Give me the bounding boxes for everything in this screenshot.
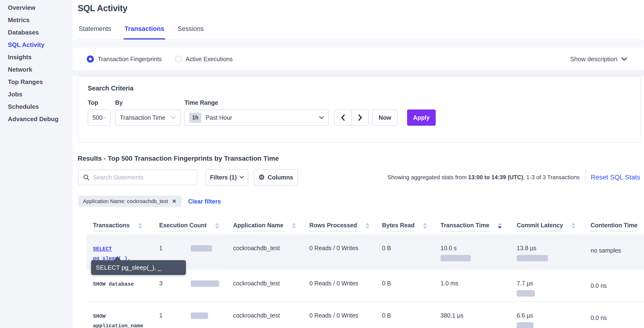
by-select[interactable]: Transaction Time: [115, 110, 181, 126]
statement-tooltip: SELECT pg_sleep(_), _: [91, 260, 186, 275]
sidebar-item-metrics[interactable]: Metrics: [0, 14, 72, 26]
transaction-time-cell: 1.0 ms: [434, 270, 510, 301]
chevron-down-icon: [621, 57, 627, 61]
sidebar-nav: Overview Metrics Databases SQL Activity …: [0, 0, 72, 328]
column-header-commit-latency[interactable]: Commit Latency: [510, 213, 584, 234]
column-header-transaction-time[interactable]: Transaction Time: [434, 213, 510, 234]
transaction-fingerprint-cell: SHOW application_name: [86, 302, 152, 328]
filter-chip-application-name[interactable]: Application Name: cockroachdb_test ✕: [78, 196, 182, 207]
search-input[interactable]: [93, 174, 188, 181]
column-header-contention-time[interactable]: Contention Time: [584, 213, 644, 234]
top-select[interactable]: 500: [88, 110, 110, 126]
transaction-time-bar: [440, 255, 471, 261]
sidebar-item-advanced-debug[interactable]: Advanced Debug: [0, 113, 72, 125]
show-description-label: Show description: [570, 55, 617, 63]
time-range-label: Time Range: [184, 99, 329, 106]
radio-transaction-fingerprints[interactable]: Transaction Fingerprints: [87, 55, 162, 63]
chevron-left-icon: [341, 114, 345, 121]
commit-latency-bar: [517, 255, 548, 261]
chevron-down-icon: [240, 176, 244, 179]
sidebar-item-top-ranges[interactable]: Top Ranges: [0, 76, 72, 88]
apply-button[interactable]: Apply: [407, 110, 436, 126]
bytes-read-cell: 0 B: [376, 270, 434, 301]
rows-processed-cell: 0 Reads / 0 Writes: [303, 270, 376, 301]
radio-unselected-icon: [175, 56, 182, 62]
application-name-cell: cockroachdb_test: [226, 302, 303, 328]
time-range-value: Past Hour: [206, 114, 232, 121]
sidebar-item-jobs[interactable]: Jobs: [0, 88, 72, 100]
contention-time-cell: 0.0 ns: [584, 270, 644, 301]
search-statements-box: [78, 169, 197, 185]
sort-icon: [572, 223, 575, 229]
filters-button[interactable]: Filters (1): [206, 169, 248, 185]
execution-count-cell: 1: [152, 302, 226, 328]
time-range-badge: 1h: [189, 113, 202, 123]
page-title: SQL Activity: [78, 3, 127, 13]
columns-label: Columns: [268, 174, 293, 181]
contention-time-cell: no samples: [584, 234, 644, 270]
search-criteria-card: Search Criteria Top 500 By Transaction T…: [78, 76, 641, 143]
transaction-fingerprint-link[interactable]: SHOW application_name: [93, 312, 150, 328]
tab-bar: Statements Transactions Sessions: [78, 22, 640, 39]
application-name-cell: cockroachdb_test: [226, 234, 303, 270]
search-icon: [83, 174, 90, 181]
table-row: SHOW application_name 1 cockroachdb_test…: [86, 302, 644, 328]
sidebar-item-overview[interactable]: Overview: [0, 1, 72, 14]
rows-processed-cell: 0 Reads / 0 Writes: [303, 234, 376, 270]
columns-button[interactable]: ⚙ Columns: [254, 169, 298, 185]
column-header-application-name[interactable]: Application Name: [226, 213, 303, 234]
stats-area: Showing aggregated stats from 13:00 to 1…: [387, 170, 640, 184]
time-range-select[interactable]: 1h Past Hour: [184, 110, 329, 126]
now-button[interactable]: Now: [372, 110, 398, 126]
commit-latency-cell: 6.6 µs: [510, 302, 584, 328]
execution-count-bar: [191, 313, 208, 319]
table-header-row: Transactions Execution Count Application…: [86, 213, 644, 234]
reset-sql-stats-link[interactable]: Reset SQL Stats: [591, 173, 640, 181]
chevron-down-icon: [102, 116, 106, 119]
sidebar-item-sql-activity[interactable]: SQL Activity: [0, 38, 72, 51]
main-content: SQL Activity Statements Transactions Ses…: [72, 0, 644, 328]
column-header-rows-processed[interactable]: Rows Processed: [303, 213, 376, 234]
sort-icon: [423, 223, 427, 229]
spacer-band-bottom: [72, 70, 644, 76]
column-header-execution-count[interactable]: Execution Count: [152, 213, 226, 234]
time-range-pager: [334, 110, 369, 126]
vertical-divider: [585, 170, 586, 184]
radio-active-executions[interactable]: Active Executions: [175, 56, 232, 63]
radio-selected-icon: [87, 55, 94, 63]
aggregated-stats-text: Showing aggregated stats from 13:00 to 1…: [387, 174, 580, 181]
application-name-cell: cockroachdb_test: [226, 270, 303, 301]
execution-count-bar: [191, 280, 219, 287]
commit-latency-bar: [517, 290, 535, 297]
close-icon[interactable]: ✕: [172, 198, 176, 205]
column-header-transactions[interactable]: Transactions: [86, 213, 152, 234]
by-select-value: Transaction Time: [120, 114, 166, 121]
chevron-down-icon: [171, 116, 176, 119]
commit-latency-bar: [517, 322, 534, 328]
radio-label: Active Executions: [186, 56, 232, 63]
filters-label: Filters (1): [210, 174, 237, 181]
transaction-time-cell: 380.1 µs: [434, 302, 510, 328]
filter-chip-row: Application Name: cockroachdb_test ✕ Cle…: [78, 196, 221, 207]
show-description-toggle[interactable]: Show description: [570, 55, 627, 63]
search-criteria-title: Search Criteria: [88, 85, 631, 92]
filter-chip-label: Application Name: cockroachdb_test: [83, 198, 168, 204]
tooltip-arrow: [114, 256, 121, 260]
commit-latency-cell: 13.8 µs: [510, 234, 584, 270]
sidebar-item-databases[interactable]: Databases: [0, 26, 72, 38]
time-forward-button[interactable]: [352, 110, 368, 125]
sidebar-item-schedules[interactable]: Schedules: [0, 100, 72, 113]
tab-transactions[interactable]: Transactions: [124, 22, 166, 39]
tab-sessions[interactable]: Sessions: [176, 22, 205, 39]
transaction-fingerprint-link[interactable]: SHOW database: [93, 280, 150, 289]
tab-statements[interactable]: Statements: [78, 22, 112, 39]
column-header-bytes-read[interactable]: Bytes Read: [376, 213, 434, 234]
chevron-down-icon: [319, 116, 324, 119]
sort-icon: [292, 223, 296, 229]
sidebar-item-network[interactable]: Network: [0, 63, 72, 76]
sidebar-item-insights[interactable]: Insights: [0, 51, 72, 63]
top-label: Top: [88, 99, 110, 106]
time-back-button[interactable]: [335, 110, 352, 125]
clear-filters-link[interactable]: Clear filters: [188, 198, 221, 205]
gear-icon: ⚙: [258, 174, 265, 181]
